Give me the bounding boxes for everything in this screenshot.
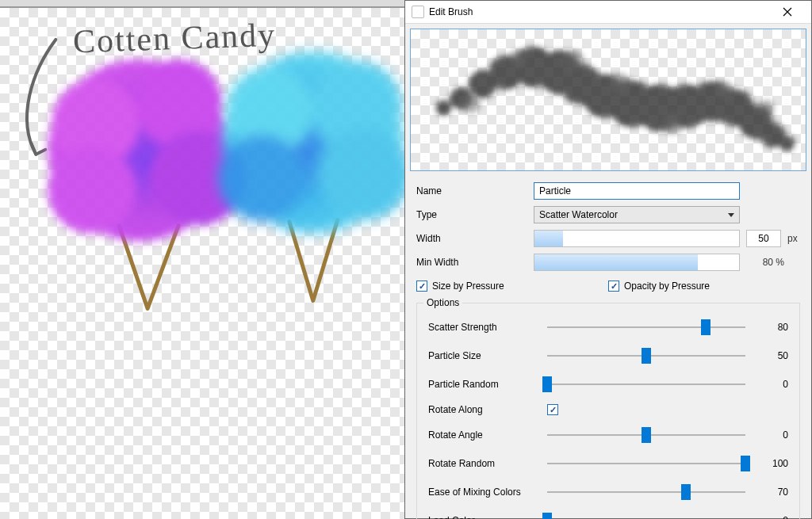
slider-thumb[interactable] bbox=[741, 456, 750, 471]
minwidth-bar-fill bbox=[534, 254, 698, 270]
ease-mixing-value: 70 bbox=[756, 487, 788, 498]
close-button[interactable] bbox=[770, 1, 805, 23]
handwritten-label: Cotten Candy bbox=[72, 16, 277, 61]
opacity-by-pressure-label: Opacity by Pressure bbox=[624, 280, 710, 292]
svg-point-29 bbox=[609, 73, 631, 95]
width-unit: px bbox=[787, 233, 798, 244]
particle-size-value: 50 bbox=[756, 350, 788, 361]
brush-preview bbox=[410, 29, 806, 171]
particle-size-slider[interactable] bbox=[547, 355, 745, 357]
scatter-strength-value: 80 bbox=[756, 322, 788, 333]
particle-random-slider[interactable] bbox=[547, 384, 745, 385]
chevron-down-icon bbox=[728, 213, 734, 217]
scatter-strength-slider[interactable] bbox=[547, 326, 745, 328]
svg-point-9 bbox=[218, 135, 305, 222]
svg-point-30 bbox=[661, 113, 684, 135]
rotate-along-checkbox[interactable] bbox=[547, 404, 558, 415]
rotate-angle-value: 0 bbox=[756, 429, 788, 441]
particle-random-value: 0 bbox=[756, 379, 788, 390]
dialog-titlebar[interactable]: Edit Brush bbox=[405, 1, 811, 24]
rotate-angle-slider[interactable] bbox=[547, 434, 745, 436]
type-selected-value: Scatter Watercolor bbox=[539, 209, 618, 220]
load-color-label: Load Color bbox=[428, 515, 539, 519]
ease-mixing-label: Ease of Mixing Colors bbox=[428, 487, 539, 498]
dialog-title: Edit Brush bbox=[429, 6, 770, 17]
particle-random-label: Particle Random bbox=[428, 379, 539, 390]
type-label: Type bbox=[416, 209, 527, 220]
type-select[interactable]: Scatter Watercolor bbox=[534, 206, 740, 223]
slider-thumb[interactable] bbox=[642, 348, 651, 364]
scatter-strength-label: Scatter Strength bbox=[428, 322, 539, 333]
svg-point-28 bbox=[562, 50, 584, 72]
width-bar-fill bbox=[534, 231, 563, 246]
minwidth-label: Min Width bbox=[416, 257, 527, 268]
close-icon bbox=[783, 7, 792, 17]
slider-thumb[interactable] bbox=[701, 319, 710, 335]
name-input[interactable] bbox=[534, 182, 740, 200]
opacity-by-pressure-checkbox[interactable] bbox=[608, 280, 619, 292]
slider-thumb[interactable] bbox=[542, 376, 552, 392]
svg-point-27 bbox=[508, 50, 527, 69]
rotate-along-label: Rotate Along bbox=[428, 404, 539, 415]
width-label: Width bbox=[416, 233, 527, 244]
ease-mixing-slider[interactable] bbox=[547, 491, 745, 493]
canvas[interactable]: Cotten Candy bbox=[0, 7, 404, 519]
rotate-angle-label: Rotate Angle bbox=[428, 429, 539, 441]
minwidth-bar[interactable] bbox=[534, 254, 740, 271]
rotate-random-value: 100 bbox=[756, 458, 788, 469]
size-by-pressure-label: Size by Pressure bbox=[432, 280, 504, 292]
slider-thumb[interactable] bbox=[681, 484, 691, 500]
brush-preview-stroke bbox=[411, 29, 806, 170]
svg-point-25 bbox=[779, 135, 795, 151]
edit-brush-dialog: Edit Brush bbox=[404, 0, 812, 519]
slider-thumb[interactable] bbox=[642, 427, 651, 443]
svg-point-26 bbox=[462, 94, 481, 113]
svg-point-31 bbox=[714, 81, 733, 100]
width-value-input[interactable] bbox=[746, 230, 781, 247]
svg-point-4 bbox=[48, 147, 135, 234]
document-tabs bbox=[0, 0, 404, 7]
particle-size-label: Particle Size bbox=[428, 350, 539, 361]
minwidth-value: 80 % bbox=[746, 257, 784, 268]
load-color-value: 0 bbox=[756, 515, 788, 519]
options-group: Options Scatter Strength 80 Particle Siz… bbox=[416, 303, 800, 519]
svg-point-32 bbox=[759, 100, 775, 116]
brush-app-icon bbox=[412, 6, 424, 18]
name-label: Name bbox=[416, 185, 527, 197]
rotate-random-label: Rotate Random bbox=[428, 458, 539, 469]
size-by-pressure-checkbox[interactable] bbox=[416, 280, 427, 292]
slider-thumb[interactable] bbox=[542, 513, 552, 519]
options-legend: Options bbox=[423, 297, 462, 308]
rotate-random-slider[interactable] bbox=[547, 463, 745, 464]
svg-point-10 bbox=[435, 100, 451, 116]
width-bar[interactable] bbox=[534, 230, 740, 247]
canvas-drawing bbox=[0, 8, 404, 519]
